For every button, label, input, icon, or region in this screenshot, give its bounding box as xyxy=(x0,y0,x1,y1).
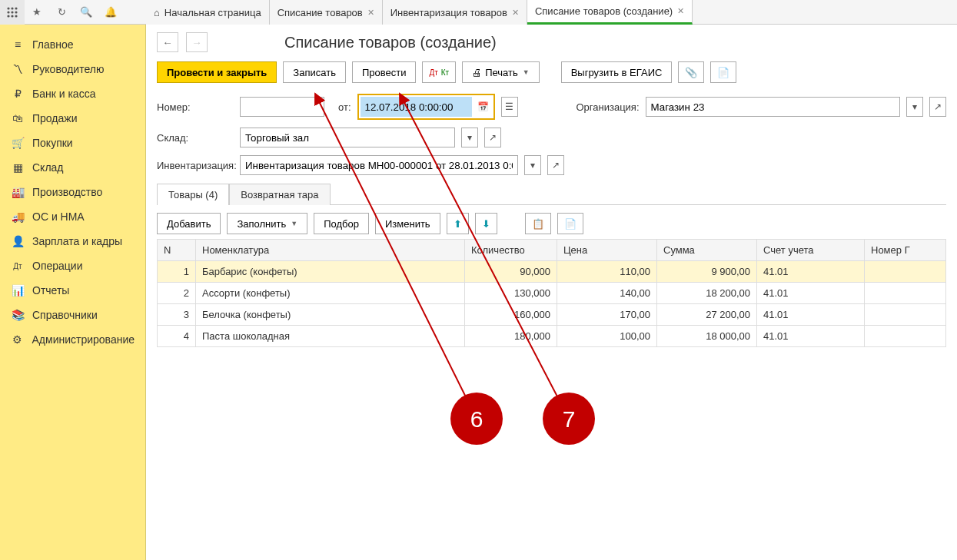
bell-icon[interactable]: 🔔 xyxy=(98,0,123,25)
sidebar-item-label: Зарплата и кадры xyxy=(32,235,122,247)
dtkt-button[interactable]: ДтКт xyxy=(422,61,456,83)
tab-writeoff[interactable]: Списание товаров ✕ xyxy=(270,0,383,25)
sidebar-item-manager[interactable]: 〽Руководителю xyxy=(0,57,145,81)
tab-home[interactable]: ⌂ Начальная страница xyxy=(146,0,270,25)
fill-button[interactable]: Заполнить▼ xyxy=(227,213,307,234)
move-down-button[interactable]: ⬇ xyxy=(475,213,497,234)
col-price[interactable]: Цена xyxy=(557,240,657,261)
dtkt-icon: Дт xyxy=(11,262,25,270)
table-row[interactable]: 4 Паста шоколадная 180,000 100,00 18 000… xyxy=(158,326,946,347)
table-row[interactable]: 2 Ассорти (конфеты) 130,000 140,00 18 20… xyxy=(158,283,946,304)
chevron-down-icon: ▼ xyxy=(523,68,530,76)
dtkt-icon: Дт xyxy=(429,68,437,77)
sidebar-item-reports[interactable]: 📊Отчеты xyxy=(0,278,145,303)
nav-back-button[interactable]: ← xyxy=(157,32,178,52)
sidebar-item-warehouse[interactable]: ▦Склад xyxy=(0,155,145,180)
close-icon[interactable]: ✕ xyxy=(677,6,684,16)
books-icon: 📚 xyxy=(11,309,25,321)
sidebar-item-label: Руководителю xyxy=(32,63,104,75)
calendar-button[interactable]: 📅 xyxy=(475,97,492,117)
sidebar-item-purchases[interactable]: 🛒Покупки xyxy=(0,131,145,155)
sidebar-item-bank[interactable]: ₽Банк и касса xyxy=(0,81,145,106)
cart-icon: 🛒 xyxy=(11,137,25,149)
close-icon[interactable]: ✕ xyxy=(367,8,374,18)
warehouse-open-button[interactable]: ↗ xyxy=(484,128,501,147)
history-icon[interactable]: ↻ xyxy=(49,0,74,25)
search-icon[interactable]: 🔍 xyxy=(74,0,98,25)
sidebar-item-sales[interactable]: 🛍Продажи xyxy=(0,106,145,131)
col-n[interactable]: N xyxy=(158,240,196,261)
table-row[interactable]: 1 Барбарис (конфеты) 90,000 110,00 9 900… xyxy=(158,261,946,283)
paste-button[interactable]: 📄 xyxy=(557,213,583,234)
post-close-button[interactable]: Провести и закрыть xyxy=(157,61,277,83)
number-input[interactable] xyxy=(240,97,324,117)
copy-button[interactable]: 📋 xyxy=(525,213,551,234)
sidebar-item-label: Отчеты xyxy=(32,284,69,297)
sidebar-item-label: Склад xyxy=(32,161,64,174)
svg-point-6 xyxy=(7,15,9,17)
add-row-button[interactable]: Добавить xyxy=(157,213,221,234)
sidebar-item-salary[interactable]: 👤Зарплата и кадры xyxy=(0,229,145,253)
svg-point-5 xyxy=(15,11,17,13)
chevron-down-icon: ▾ xyxy=(530,160,535,171)
org-open-button[interactable]: ↗ xyxy=(929,97,946,117)
date-extra-button[interactable]: ☰ xyxy=(501,97,518,117)
chevron-down-icon: ▾ xyxy=(912,101,917,112)
tab-inventory[interactable]: Инвентаризация товаров ✕ xyxy=(383,0,527,25)
subtab-goods[interactable]: Товары (4) xyxy=(157,184,229,205)
home-icon: ⌂ xyxy=(154,7,160,18)
svg-point-1 xyxy=(11,7,13,9)
grid-icon: ▦ xyxy=(11,161,25,174)
chevron-down-icon: ▾ xyxy=(467,132,472,143)
sidebar-item-prod[interactable]: 🏭Производство xyxy=(0,180,145,204)
tab-label: Начальная страница xyxy=(164,7,261,18)
col-name[interactable]: Номенклатура xyxy=(196,240,465,261)
warehouse-input[interactable] xyxy=(240,128,455,147)
inventory-input[interactable] xyxy=(240,155,518,175)
col-acc[interactable]: Счет учета xyxy=(757,240,865,261)
sidebar-item-main[interactable]: ≡Главное xyxy=(0,32,145,57)
select-button[interactable]: Подбор xyxy=(314,213,369,234)
barchart-icon: 📊 xyxy=(11,284,25,297)
date-input[interactable] xyxy=(361,97,472,117)
sidebar-item-label: Продажи xyxy=(32,112,77,124)
truck-icon: 🚚 xyxy=(11,210,25,223)
col-gtd[interactable]: Номер Г xyxy=(865,240,946,261)
col-sum[interactable]: Сумма xyxy=(657,240,757,261)
table-row[interactable]: 3 Белочка (конфеты) 160,000 170,00 27 20… xyxy=(158,304,946,326)
star-icon[interactable]: ★ xyxy=(25,0,49,25)
col-qty[interactable]: Количество xyxy=(465,240,557,261)
inventory-open-button[interactable]: ↗ xyxy=(547,155,564,175)
warehouse-select-button[interactable]: ▾ xyxy=(461,128,478,147)
header-row: ← → Списание товаров (создание) xyxy=(157,32,946,52)
nav-forward-button[interactable]: → xyxy=(186,32,208,52)
goods-table: N Номенклатура Количество Цена Сумма Сче… xyxy=(157,239,946,347)
print-button[interactable]: 🖨Печать▼ xyxy=(462,61,540,83)
sidebar-item-label: Производство xyxy=(32,186,102,198)
move-up-button[interactable]: ⬆ xyxy=(447,213,469,234)
bag-icon: 🛍 xyxy=(11,112,25,124)
sidebar-item-refs[interactable]: 📚Справочники xyxy=(0,303,145,327)
subtab-tare[interactable]: Возвратная тара xyxy=(229,184,330,205)
table-toolbar: Добавить Заполнить▼ Подбор Изменить ⬆ ⬇ … xyxy=(157,213,946,234)
egais-button[interactable]: Выгрузить в ЕГАИС xyxy=(561,61,673,83)
apps-icon[interactable] xyxy=(0,0,25,25)
doc-button[interactable]: 📄 xyxy=(710,61,736,83)
sidebar-item-assets[interactable]: 🚚ОС и НМА xyxy=(0,204,145,229)
org-input[interactable] xyxy=(646,97,900,117)
close-icon[interactable]: ✕ xyxy=(512,8,519,18)
save-button[interactable]: Записать xyxy=(283,61,346,83)
change-button[interactable]: Изменить xyxy=(375,213,440,234)
sub-tabs: Товары (4) Возвратная тара xyxy=(157,183,946,205)
inventory-select-button[interactable]: ▾ xyxy=(524,155,541,175)
sidebar-item-admin[interactable]: ⚙Администрирование xyxy=(0,327,145,352)
post-button[interactable]: Провести xyxy=(352,61,417,83)
attach-button[interactable]: 📎 xyxy=(678,61,704,83)
factory-icon: 🏭 xyxy=(11,186,25,198)
tab-writeoff-create[interactable]: Списание товаров (создание) ✕ xyxy=(527,0,693,25)
chart-icon: 〽 xyxy=(11,63,25,75)
sidebar-item-operations[interactable]: ДтОперации xyxy=(0,253,145,278)
svg-point-2 xyxy=(15,7,17,9)
tab-label: Инвентаризация товаров xyxy=(390,7,507,18)
org-select-button[interactable]: ▾ xyxy=(906,97,923,117)
